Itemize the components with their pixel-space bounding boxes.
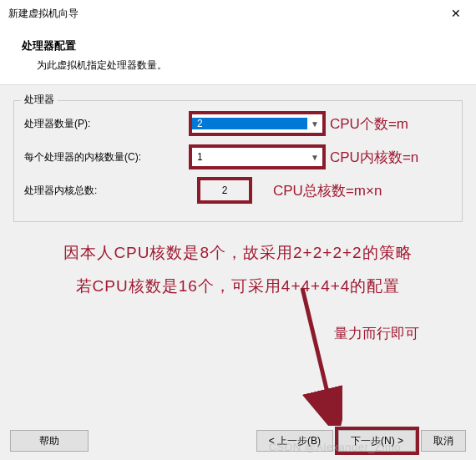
page-subtitle: 为此虚拟机指定处理器数量。	[37, 58, 461, 73]
label-processors: 处理器数量(P):	[24, 117, 191, 131]
annotation-cores: CPU内核数=n	[330, 148, 418, 167]
window-title: 新建虚拟机向导	[8, 7, 439, 21]
row-cores-per-processor: 每个处理器的内核数量(C): 1 ▼ CPU内核数=n	[24, 146, 452, 168]
group-legend: 处理器	[21, 93, 58, 107]
note-small: 量力而行即可	[334, 324, 419, 343]
label-cores: 每个处理器的内核数量(C):	[24, 150, 191, 164]
note-line-1: 因本人CPU核数是8个，故采用2+2+2+2的策略	[30, 242, 446, 264]
label-total: 处理器内核总数:	[24, 184, 191, 198]
total-cores-value: 2	[200, 179, 250, 201]
cancel-button[interactable]: 取消	[421, 430, 466, 452]
wizard-header: 处理器配置 为此虚拟机指定处理器数量。	[0, 27, 476, 85]
row-processor-count: 处理器数量(P): 2 ▼ CPU个数=m	[24, 113, 452, 134]
back-button[interactable]: < 上一步(B)	[256, 430, 333, 452]
select-value: 1	[192, 151, 307, 163]
annotation-cpu-count: CPU个数=m	[330, 114, 408, 134]
page-title: 处理器配置	[22, 38, 461, 53]
user-notes: 因本人CPU核数是8个，故采用2+2+2+2的策略 若CPU核数是16个，可采用…	[13, 222, 463, 317]
processor-count-select[interactable]: 2 ▼	[191, 114, 323, 134]
select-value: 2	[192, 118, 307, 129]
chevron-down-icon[interactable]: ▼	[307, 119, 322, 129]
wizard-content: 处理器 处理器数量(P): 2 ▼ CPU个数=m 每个处理器的内核数量(C):…	[0, 85, 476, 332]
wizard-footer: 帮助 < 上一步(B) 下一步(N) > 取消	[0, 430, 476, 452]
processor-group: 处理器 处理器数量(P): 2 ▼ CPU个数=m 每个处理器的内核数量(C):…	[13, 100, 463, 222]
cores-per-processor-select[interactable]: 1 ▼	[191, 147, 323, 167]
titlebar: 新建虚拟机向导 ✕	[0, 0, 476, 27]
annotation-total: CPU总核数=m×n	[273, 181, 382, 200]
note-line-2: 若CPU核数是16个，可采用4+4+4+4的配置	[30, 275, 446, 297]
next-button[interactable]: 下一步(N) >	[338, 430, 416, 452]
chevron-down-icon[interactable]: ▼	[307, 153, 322, 162]
help-button[interactable]: 帮助	[10, 430, 89, 452]
row-total-cores: 处理器内核总数: 2 CPU总核数=m×n	[24, 179, 452, 201]
close-icon[interactable]: ✕	[439, 7, 473, 20]
